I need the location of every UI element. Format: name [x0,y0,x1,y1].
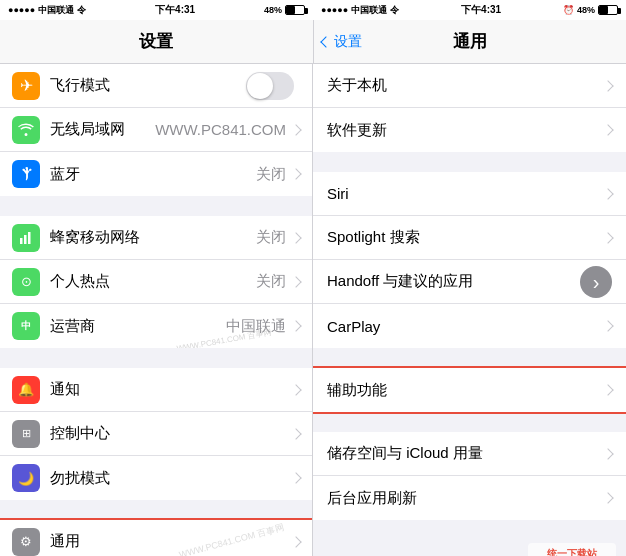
control-center-chevron-icon [290,428,301,439]
right-group-3: 辅助功能 [313,368,626,412]
background-refresh-row[interactable]: 后台应用刷新 [313,476,626,520]
notifications-row[interactable]: 🔔 通知 [0,368,312,412]
back-chevron-icon [320,36,331,47]
accessibility-label: 辅助功能 [327,381,604,400]
airplane-row[interactable]: ✈ 飞行模式 [0,64,312,108]
about-label: 关于本机 [327,76,604,95]
bottom-text-1: 统一下载站 [547,547,597,557]
storage-row[interactable]: 储存空间与 iCloud 用量 [313,432,626,476]
bottom-watermark: 统一下载站 Www.3987.Com [528,543,616,557]
left-nav-bar: 设置 [0,20,313,63]
general-row[interactable]: ⚙ 通用 WWW.PC841.COM 百事网 [0,520,312,556]
control-center-label: 控制中心 [50,424,292,443]
software-update-chevron-icon [602,124,613,135]
background-refresh-chevron-icon [602,492,613,503]
right-carrier-name: 中国联通 [351,4,387,17]
left-battery-icon [285,5,305,15]
airplane-icon: ✈ [12,72,40,100]
storage-chevron-icon [602,448,613,459]
general-watermark: WWW.PC841.COM 百事网 [171,520,291,556]
control-center-row[interactable]: ⊞ 控制中心 [0,412,312,456]
right-nav-bar: 设置 通用 [314,20,627,63]
right-wifi-icon: 令 [390,4,399,17]
hotspot-icon: ⊙ [12,268,40,296]
dnd-row[interactable]: 🌙 勿扰模式 [0,456,312,500]
cellular-icon [12,224,40,252]
accessibility-row[interactable]: 辅助功能 [313,368,626,412]
background-refresh-label: 后台应用刷新 [327,489,604,508]
bluetooth-row[interactable]: Ⲯ 蓝牙 关闭 [0,152,312,196]
spotlight-label: Spotlight 搜索 [327,228,604,247]
spotlight-row[interactable]: Spotlight 搜索 [313,216,626,260]
general-label: 通用 [50,532,171,551]
handoff-arrow-icon [580,266,612,298]
airplane-toggle[interactable] [246,72,294,100]
cellular-value: 关闭 [256,228,286,247]
left-group-2: 蜂窝移动网络 关闭 ⊙ 个人热点 关闭 中 运营商 中国联通 WWW.PC841… [0,216,312,348]
notifications-label: 通知 [50,380,292,399]
left-carrier-dots: ●●●●● [8,5,35,15]
carrier-value: 中国联通 [226,317,286,336]
right-group-2: Siri Spotlight 搜索 Handoff 与建议的应用 CarPlay [313,172,626,348]
accessibility-chevron-icon [602,384,613,395]
software-update-label: 软件更新 [327,121,604,140]
left-battery-pct: 48% [264,5,282,15]
wifi-label: 无线局域网 [50,120,155,139]
carrier-chevron-icon [290,320,301,331]
wifi-row[interactable]: 无线局域网 WWW.PC841.COM [0,108,312,152]
left-wifi-icon: 令 [77,4,86,17]
right-signal-icons: ●●●●● 中国联通 令 [321,4,399,17]
hotspot-row[interactable]: ⊙ 个人热点 关闭 [0,260,312,304]
dnd-chevron-icon [290,472,301,483]
left-time: 下午4:31 [155,3,195,17]
back-label: 设置 [334,33,362,51]
carrier-row[interactable]: 中 运营商 中国联通 WWW.PC841.COM 百事网 [0,304,312,348]
notifications-chevron-icon [290,384,301,395]
wifi-chevron-icon [290,124,301,135]
right-nav-title: 通用 [453,30,487,53]
cellular-chevron-icon [290,232,301,243]
hotspot-label: 个人热点 [50,272,256,291]
left-settings-panel: ✈ 飞行模式 无线局域网 WWW.PC841.COM Ⲯ [0,64,313,556]
right-carrier-dots: ●●●●● [321,5,348,15]
carrier-label: 运营商 [50,317,226,336]
siri-chevron-icon [602,188,613,199]
airplane-label: 飞行模式 [50,76,246,95]
about-chevron-icon [602,80,613,91]
right-battery-pct: 48% [577,5,595,15]
notification-icon: 🔔 [12,376,40,404]
left-group-4: ⚙ 通用 WWW.PC841.COM 百事网 Aa 显示与亮度 [0,520,312,556]
carplay-chevron-icon [602,320,613,331]
siri-row[interactable]: Siri [313,172,626,216]
storage-label: 储存空间与 iCloud 用量 [327,444,604,463]
handoff-label: Handoff 与建议的应用 [327,272,580,291]
hotspot-chevron-icon [290,276,301,287]
bottom-area: 统一下载站 Www.3987.Com [313,540,626,556]
right-battery-icons: ⏰ 48% [563,5,618,15]
general-chevron-icon [290,536,301,547]
back-button[interactable]: 设置 [322,33,362,51]
left-nav-title: 设置 [139,30,173,53]
left-status-bar: ●●●●● 中国联通 令 下午4:31 48% [0,0,313,20]
handoff-row[interactable]: Handoff 与建议的应用 [313,260,626,304]
carplay-row[interactable]: CarPlay [313,304,626,348]
bluetooth-value: 关闭 [256,165,286,184]
left-battery-icons: 48% [264,5,305,15]
dnd-label: 勿扰模式 [50,469,292,488]
bluetooth-icon: Ⲯ [12,160,40,188]
cellular-label: 蜂窝移动网络 [50,228,256,247]
carrier-icon: 中 [12,312,40,340]
siri-label: Siri [327,185,604,202]
left-signal-icons: ●●●●● 中国联通 令 [8,4,86,17]
cellular-row[interactable]: 蜂窝移动网络 关闭 [0,216,312,260]
bluetooth-chevron-icon [290,168,301,179]
spotlight-chevron-icon [602,232,613,243]
left-group-3: 🔔 通知 ⊞ 控制中心 🌙 勿扰模式 [0,368,312,500]
carplay-label: CarPlay [327,318,604,335]
toggle-knob [247,73,273,99]
about-row[interactable]: 关于本机 [313,64,626,108]
right-group-1: 关于本机 软件更新 [313,64,626,152]
software-update-row[interactable]: 软件更新 [313,108,626,152]
wifi-value: WWW.PC841.COM [155,121,286,138]
svg-rect-2 [28,232,31,244]
